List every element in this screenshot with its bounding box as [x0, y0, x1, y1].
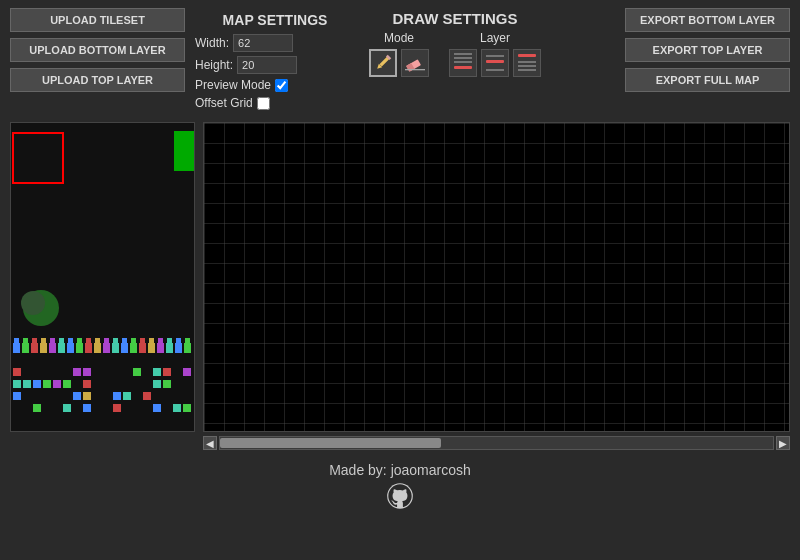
- middle-layer-svg: [484, 52, 506, 74]
- export-top-layer-button[interactable]: EXPORT TOP LAYER: [625, 38, 790, 62]
- upload-bottom-layer-button[interactable]: UPLOAD BOTTOM LAYER: [10, 38, 185, 62]
- preview-mode-label: Preview Mode: [195, 78, 271, 92]
- draw-settings-panel: DRAW SETTINGS Mode: [365, 8, 545, 77]
- upload-top-layer-button[interactable]: UPLOAD TOP LAYER: [10, 68, 185, 92]
- top-bar: UPLOAD TILESET UPLOAD BOTTOM LAYER UPLOA…: [0, 0, 800, 122]
- top-layer-icon[interactable]: [513, 49, 541, 77]
- map-settings-panel: MAP SETTINGS Width: Height: Preview Mode…: [195, 8, 355, 114]
- height-label: Height:: [195, 58, 233, 72]
- mode-group: Mode: [369, 31, 429, 77]
- draw-settings-title: DRAW SETTINGS: [392, 10, 517, 27]
- width-input[interactable]: [233, 34, 293, 52]
- offset-grid-row: Offset Grid: [195, 96, 270, 110]
- github-icon[interactable]: [386, 482, 414, 510]
- svg-rect-11: [486, 60, 504, 63]
- scrollbar-wrapper: ◀ ▶: [203, 436, 790, 450]
- width-row: Width:: [195, 34, 293, 52]
- scrollbar-thumb[interactable]: [220, 438, 441, 448]
- map-canvas-wrapper: ◀ ▶: [203, 122, 790, 450]
- tileset-mock: [11, 123, 194, 431]
- offset-grid-checkbox[interactable]: [257, 97, 270, 110]
- height-row: Height:: [195, 56, 297, 74]
- footer: Made by: joaomarcosh: [0, 462, 800, 510]
- preview-mode-row: Preview Mode: [195, 78, 288, 92]
- width-label: Width:: [195, 36, 229, 50]
- layer-label: Layer: [480, 31, 510, 45]
- bottom-layer-icon[interactable]: [449, 49, 477, 77]
- svg-rect-13: [518, 54, 536, 57]
- made-by-text: Made by: joaomarcosh: [329, 462, 471, 478]
- middle-layer-icon[interactable]: [481, 49, 509, 77]
- offset-grid-label: Offset Grid: [195, 96, 253, 110]
- left-buttons: UPLOAD TILESET UPLOAD BOTTOM LAYER UPLOA…: [10, 8, 185, 92]
- scrollbar-track[interactable]: [219, 436, 774, 450]
- map-canvas[interactable]: [203, 122, 790, 432]
- export-full-map-button[interactable]: EXPORT FULL MAP: [625, 68, 790, 92]
- right-buttons: EXPORT BOTTOM LAYER EXPORT TOP LAYER EXP…: [625, 8, 790, 92]
- eraser-tool[interactable]: [401, 49, 429, 77]
- github-svg: [386, 482, 414, 510]
- upload-tileset-button[interactable]: UPLOAD TILESET: [10, 8, 185, 32]
- mode-icons: [369, 49, 429, 77]
- tileset-panel[interactable]: [10, 122, 195, 432]
- draw-sub: Mode: [369, 31, 541, 77]
- map-settings-title: MAP SETTINGS: [223, 12, 328, 28]
- eraser-icon: [405, 53, 425, 73]
- main-area: ◀ ▶: [0, 122, 800, 450]
- layer-icons: [449, 49, 541, 77]
- grid-overlay: [204, 123, 789, 431]
- height-input[interactable]: [237, 56, 297, 74]
- top-layer-svg: [516, 52, 538, 74]
- scroll-left-arrow[interactable]: ◀: [203, 436, 217, 450]
- scroll-right-arrow[interactable]: ▶: [776, 436, 790, 450]
- bottom-layer-svg: [452, 52, 474, 74]
- pencil-tool[interactable]: [369, 49, 397, 77]
- mode-label: Mode: [384, 31, 414, 45]
- layer-group: Layer: [449, 31, 541, 77]
- pencil-icon: [373, 53, 393, 73]
- preview-mode-checkbox[interactable]: [275, 79, 288, 92]
- export-bottom-layer-button[interactable]: EXPORT BOTTOM LAYER: [625, 8, 790, 32]
- svg-rect-6: [454, 66, 472, 69]
